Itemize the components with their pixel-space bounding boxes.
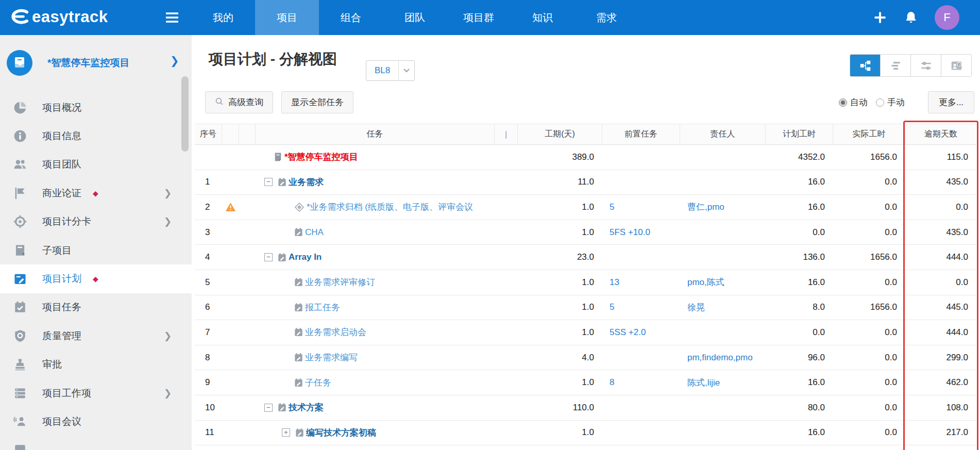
task-name[interactable]: 业务需求编写 bbox=[305, 352, 358, 363]
sidebar-item-scorecard[interactable]: 项目计分卡❯ bbox=[0, 208, 192, 236]
table-row[interactable]: 5业务需求评审修订1.013pmo,陈式16.00.00.0 bbox=[195, 270, 976, 295]
nav-item-team[interactable]: 团队 bbox=[383, 0, 447, 35]
planned-hours-cell: 80.0 bbox=[766, 395, 833, 420]
task-name[interactable]: CHA bbox=[305, 227, 324, 238]
hamburger-menu-icon[interactable] bbox=[164, 10, 180, 25]
task-cell: −业务需求 bbox=[256, 170, 495, 195]
sidebar-item-plan[interactable]: 项目计划◆ bbox=[0, 264, 192, 293]
header-actual[interactable]: 实际工时 bbox=[833, 124, 905, 144]
duration-cell: 1.0 bbox=[518, 295, 602, 320]
app-logo[interactable]: easytrack bbox=[6, 6, 108, 28]
task-name[interactable]: 报工任务 bbox=[305, 302, 340, 313]
taskdoc-icon bbox=[277, 253, 287, 262]
nav-item-my[interactable]: 我的 bbox=[191, 0, 255, 35]
notifications-bell-icon[interactable] bbox=[904, 10, 918, 25]
sidebar-item-subproject[interactable]: 子项目 bbox=[0, 236, 192, 264]
sidebar-item-quality[interactable]: 质量管理❯ bbox=[0, 322, 192, 350]
sidebar-item-approval[interactable]: 审批 bbox=[0, 351, 192, 379]
header-planned[interactable]: 计划工时 bbox=[766, 124, 833, 144]
table-row[interactable]: 11+编写技术方案初稿1.016.00.0217.0 bbox=[195, 421, 976, 446]
table-row[interactable]: 8业务需求编写4.0pm,findemo,pmo96.00.0299.0 bbox=[195, 345, 976, 371]
header-warn bbox=[222, 124, 239, 144]
gap-cell bbox=[239, 395, 256, 420]
view-settings-button[interactable] bbox=[910, 55, 941, 76]
collapse-toggle[interactable]: − bbox=[264, 178, 273, 186]
view-gantt-button[interactable] bbox=[880, 55, 910, 76]
planned-hours-cell: 16.0 bbox=[766, 370, 833, 395]
task-name[interactable]: 子任务 bbox=[305, 377, 331, 389]
sidebar-item-tasks[interactable]: 项目任务 bbox=[0, 293, 192, 322]
project-name[interactable]: *智慧停车监控项目 bbox=[47, 56, 129, 70]
user-avatar[interactable]: F bbox=[935, 5, 959, 30]
header-owner[interactable]: 责任人 bbox=[680, 124, 766, 144]
more-button[interactable]: 更多... bbox=[928, 91, 974, 113]
auto-radio[interactable] bbox=[839, 98, 847, 107]
predecessor-cell bbox=[602, 395, 680, 420]
task-name[interactable]: 业务需求 bbox=[289, 176, 324, 188]
project-expand-chevron-icon[interactable]: ❯ bbox=[170, 55, 179, 67]
nav-item-demand[interactable]: 需求 bbox=[575, 0, 638, 35]
sidebar-item-business-case[interactable]: 商业论证◆❯ bbox=[0, 179, 192, 207]
task-cell: *智慧停车监控项目 bbox=[256, 145, 495, 170]
table-row[interactable]: 9子任务1.08陈式,lijie16.00.0462.0 bbox=[195, 370, 976, 395]
sidebar-item-label: 项目计划 bbox=[42, 272, 81, 286]
task-name[interactable]: 编写技术方案初稿 bbox=[306, 427, 376, 439]
baseline-select[interactable]: BL8 bbox=[366, 60, 415, 81]
overdue-days-cell: 0.0 bbox=[905, 195, 976, 220]
owner-cell bbox=[680, 145, 766, 170]
expand-toggle[interactable]: + bbox=[282, 428, 290, 437]
collapse-toggle[interactable]: − bbox=[264, 404, 273, 412]
sidebar-item-meeting[interactable]: 项目会议 bbox=[0, 407, 192, 436]
view-breakdown-button[interactable] bbox=[850, 55, 880, 76]
table-row[interactable]: *智慧停车监控项目389.04352.01656.0115.0 bbox=[195, 145, 976, 170]
header-seq[interactable]: 序号 bbox=[195, 124, 222, 144]
table-row[interactable]: 4−Array In23.0136.01656.0444.0 bbox=[195, 245, 976, 270]
collapse-toggle[interactable]: − bbox=[264, 253, 273, 261]
actual-hours-cell: 1656.0 bbox=[833, 145, 905, 170]
view-switcher bbox=[850, 54, 972, 77]
task-name[interactable]: *智慧停车监控项目 bbox=[284, 151, 358, 163]
sidebar-item-info[interactable]: 项目信息 bbox=[0, 122, 192, 150]
pipe-cell bbox=[495, 220, 518, 245]
planned-hours-cell: 136.0 bbox=[766, 245, 833, 270]
task-name[interactable]: 技术方案 bbox=[289, 402, 324, 413]
header-overdue[interactable]: 逾期天数 bbox=[905, 124, 976, 144]
nav-item-program[interactable]: 项目群 bbox=[447, 0, 511, 35]
sidebar-item-partial[interactable] bbox=[0, 436, 192, 450]
sidebar-scrollbar[interactable] bbox=[181, 76, 189, 152]
nav-item-project[interactable]: 项目 bbox=[255, 0, 319, 35]
view-resource-button[interactable] bbox=[941, 55, 971, 76]
nav-item-portfolio[interactable]: 组合 bbox=[319, 0, 383, 35]
table-row[interactable]: 10−技术方案110.080.00.0108.0 bbox=[195, 395, 976, 421]
pipe-cell bbox=[495, 421, 518, 445]
sidebar-item-team[interactable]: 项目团队 bbox=[0, 151, 192, 179]
task-name[interactable]: *业务需求归档 (纸质版、电子版、评审会议 bbox=[307, 201, 473, 213]
show-all-tasks-button[interactable]: 显示全部任务 bbox=[281, 91, 353, 113]
table-row[interactable]: 7业务需求启动会1.05SS +2.00.00.0444.0 bbox=[195, 320, 976, 345]
manual-radio[interactable] bbox=[876, 98, 884, 107]
table-row[interactable]: 6报工任务1.05徐晃8.01656.0445.0 bbox=[195, 295, 976, 321]
nav-item-knowledge[interactable]: 知识 bbox=[511, 0, 575, 35]
table-row[interactable]: 2*业务需求归档 (纸质版、电子版、评审会议1.05曹仁,pmo16.00.00… bbox=[195, 195, 976, 220]
header-predecessor[interactable]: 前置任务 bbox=[602, 124, 680, 144]
sidebar-item-overview[interactable]: 项目概况 bbox=[0, 93, 192, 122]
task-name[interactable]: 业务需求评审修订 bbox=[305, 276, 375, 288]
advanced-search-button[interactable]: 高级查询 bbox=[205, 91, 273, 113]
table-row[interactable]: 1−业务需求11.016.00.0435.0 bbox=[195, 170, 976, 195]
owner-cell bbox=[680, 395, 766, 420]
table-row[interactable]: 3CHA1.05FS +10.00.00.0435.0 bbox=[195, 220, 976, 245]
task-name[interactable]: 业务需求启动会 bbox=[305, 326, 366, 338]
task-cell: 业务需求启动会 bbox=[256, 320, 495, 345]
add-button[interactable] bbox=[873, 10, 887, 25]
logo-swoosh-icon bbox=[6, 6, 30, 28]
header-task[interactable]: 任务 bbox=[256, 124, 495, 144]
tasks-icon bbox=[13, 301, 27, 314]
task-name[interactable]: Array In bbox=[289, 252, 322, 262]
header-duration[interactable]: 工期(天) bbox=[518, 124, 602, 144]
project-avatar[interactable] bbox=[7, 50, 32, 76]
sidebar-item-workitems[interactable]: 项目工作项❯ bbox=[0, 379, 192, 407]
taskdoc-icon bbox=[294, 353, 303, 362]
taskdoc-icon bbox=[294, 227, 303, 237]
taskdoc-icon bbox=[294, 327, 303, 337]
chevron-down-icon bbox=[398, 61, 414, 80]
